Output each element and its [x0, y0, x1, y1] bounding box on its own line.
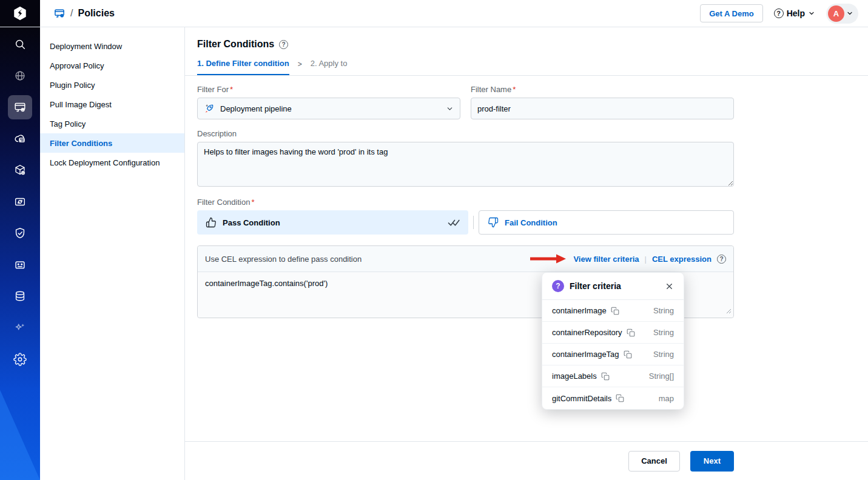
ai-sparkles-icon[interactable] [8, 316, 32, 340]
top-bar: / Policies Get A Demo ? Help A [0, 0, 868, 27]
criteria-name: containerImage [552, 306, 607, 315]
annotation-arrow-icon [529, 254, 567, 264]
fail-condition-button[interactable]: Fail Condition [479, 210, 734, 235]
deployment-pipeline-icon [204, 103, 215, 114]
header-actions: Get A Demo ? Help A [700, 4, 868, 24]
cel-expression-box: Use CEL expression to define pass condit… [197, 245, 734, 318]
policies-breadcrumb-icon[interactable] [53, 7, 66, 19]
app-window: / Policies Get A Demo ? Help A [0, 0, 868, 480]
copy-icon[interactable] [624, 350, 632, 359]
sidebar-item-filter-conditions[interactable]: Filter Conditions [40, 133, 184, 153]
tab-define-filter-condition[interactable]: 1. Define Filter condition [197, 59, 289, 75]
thumbs-up-icon [206, 217, 217, 228]
filter-for-select[interactable]: Deployment pipeline [197, 98, 460, 119]
filter-for-label: Filter For* [197, 85, 460, 94]
breadcrumb-separator: / [70, 8, 73, 19]
resize-handle-icon[interactable] [726, 307, 732, 316]
required-asterisk: * [230, 85, 233, 94]
tab-apply-to[interactable]: 2. Apply to [311, 59, 348, 75]
user-menu-chevron-down-icon [846, 10, 853, 17]
global-resources-icon[interactable] [8, 64, 32, 88]
filter-condition-label: Filter Condition* [197, 198, 734, 207]
page-header: Filter Conditions ? 1. Define Filter con… [185, 27, 868, 76]
criteria-type: map [659, 394, 674, 403]
select-chevron-down-icon [446, 105, 454, 113]
devtron-logo[interactable] [0, 0, 40, 27]
sidebar-item-deployment-window[interactable]: Deployment Window [40, 36, 184, 56]
criteria-name: containerRepository [552, 328, 622, 337]
view-filter-criteria-link[interactable]: View filter criteria [573, 255, 639, 264]
policies-icon[interactable] [8, 95, 32, 119]
bot-icon[interactable] [8, 253, 32, 277]
help-menu[interactable]: ? Help [774, 8, 815, 18]
sidebar-item-plugin-policy[interactable]: Plugin Policy [40, 75, 184, 95]
next-button[interactable]: Next [690, 451, 734, 472]
criteria-name: containerImageTag [552, 350, 619, 359]
popup-title: Filter criteria [570, 281, 659, 291]
pass-condition-button[interactable]: Pass Condition [197, 210, 468, 235]
criteria-type: String [653, 328, 674, 337]
cancel-button[interactable]: Cancel [628, 451, 680, 472]
main-layout: Deployment Window Approval Policy Plugin… [0, 27, 868, 480]
breadcrumb: / Policies [53, 7, 115, 19]
criteria-row: containerRepository String [542, 322, 684, 344]
filter-name-label: Filter Name* [471, 85, 734, 94]
sidebar-item-tag-policy[interactable]: Tag Policy [40, 114, 184, 133]
filter-name-input[interactable] [471, 98, 734, 119]
double-check-icon [448, 218, 460, 227]
fail-condition-label: Fail Condition [505, 218, 557, 227]
breadcrumb-page-title[interactable]: Policies [78, 8, 114, 19]
form-body: Filter For* D [185, 76, 868, 441]
user-menu[interactable]: A [826, 4, 858, 24]
criteria-name: imageLabels [552, 372, 597, 381]
get-a-demo-button[interactable]: Get A Demo [700, 4, 762, 22]
criteria-name: gitCommitDetails [552, 394, 611, 403]
policies-sidebar: Deployment Window Approval Policy Plugin… [40, 27, 185, 480]
criteria-type: String [653, 350, 674, 359]
form-footer: Cancel Next [185, 441, 868, 480]
description-field: Description Helps to filter images havin… [197, 129, 734, 187]
avatar: A [828, 5, 844, 22]
link-divider: | [645, 255, 647, 264]
copy-icon[interactable] [601, 372, 610, 381]
copy-icon[interactable] [611, 307, 619, 315]
condition-divider [473, 216, 474, 229]
description-textarea[interactable]: Helps to filter images having the word '… [197, 142, 734, 187]
filter-criteria-popup: ? Filter criteria containerImage String [542, 272, 684, 410]
required-asterisk: * [251, 198, 254, 207]
sidebar-item-pull-image-digest[interactable]: Pull Image Digest [40, 95, 184, 114]
required-asterisk: * [513, 85, 516, 94]
popup-help-icon: ? [552, 280, 564, 292]
page-title: Filter Conditions [197, 39, 274, 50]
description-label: Description [197, 129, 734, 138]
sidebar-item-approval-policy[interactable]: Approval Policy [40, 56, 184, 75]
stack-manager-icon[interactable] [8, 190, 32, 214]
packages-icon[interactable] [8, 158, 32, 182]
help-label: Help [787, 8, 805, 18]
cloud-apps-icon[interactable] [8, 127, 32, 151]
filter-for-value: Deployment pipeline [220, 104, 446, 113]
page-title-help-icon[interactable]: ? [279, 40, 288, 49]
cel-hint-text: Use CEL expression to define pass condit… [205, 255, 362, 264]
filter-name-field: Filter Name* [471, 85, 734, 119]
database-sync-icon[interactable] [8, 284, 32, 308]
help-chevron-down-icon [808, 10, 815, 17]
criteria-row: imageLabels String[] [542, 365, 684, 387]
criteria-type: String[] [649, 372, 674, 381]
criteria-row: containerImageTag String [542, 344, 684, 365]
criteria-type: String [653, 306, 674, 315]
copy-icon[interactable] [627, 328, 635, 337]
sidebar-item-lock-deployment-configuration[interactable]: Lock Deployment Configuration [40, 153, 184, 172]
settings-gear-icon[interactable] [8, 347, 32, 372]
filter-condition-field: Filter Condition* Pass Condition [197, 198, 734, 235]
close-icon[interactable] [665, 282, 674, 291]
security-shield-icon[interactable] [8, 221, 32, 245]
wizard-steps: 1. Define Filter condition > 2. Apply to [197, 59, 856, 75]
cel-expression-value: containerImageTag.contains('prod') [205, 279, 328, 288]
cel-help-icon[interactable]: ? [717, 255, 726, 264]
cel-expression-link[interactable]: CEL expression [652, 255, 712, 264]
criteria-row: gitCommitDetails map [542, 387, 684, 409]
cel-expression-header: Use CEL expression to define pass condit… [198, 246, 733, 272]
copy-icon[interactable] [616, 394, 624, 402]
search-icon[interactable] [8, 32, 32, 56]
